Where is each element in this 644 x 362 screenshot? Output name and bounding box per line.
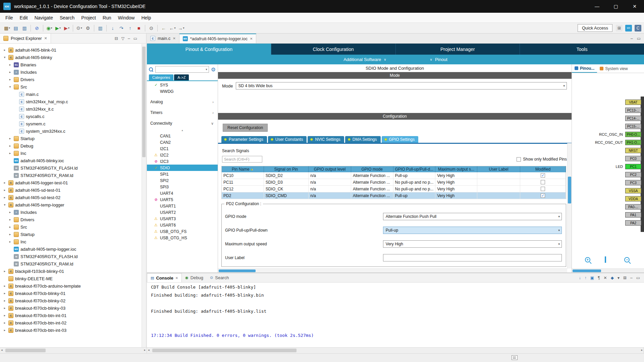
pin-ph1o[interactable]: PH1-O... (625, 140, 641, 145)
pin-pc15[interactable]: PC15-... (625, 124, 641, 129)
tree-item[interactable]: ▸Cbreakout-f070cb-btn-int-03 (0, 326, 146, 334)
tree-item[interactable]: ▸Inc (0, 238, 146, 245)
scroll-to-bottom-icon[interactable]: ↓ (579, 276, 581, 280)
tree-item[interactable]: ▸Cadafruit-f405-logger-test-01 (0, 179, 146, 186)
pin-pa0[interactable]: PA0-... (625, 204, 641, 209)
tree-item[interactable]: ▸Inc (0, 149, 146, 157)
twisty-icon[interactable]: ▸ (8, 70, 12, 74)
category-item-sdio[interactable]: ✓SDIO (147, 165, 218, 171)
close-view-icon[interactable]: ✕ (44, 36, 47, 41)
show-only-modified[interactable]: Show only Modified Pins (517, 157, 567, 162)
tree-item[interactable]: ldSTM32F405RGTX_RAM.ld (0, 172, 146, 179)
categories-search-combo[interactable]: ▾ (155, 66, 209, 73)
tree-item[interactable]: ▾Cadafruit-f405-blinky (0, 54, 146, 61)
twisty-icon[interactable]: ▸ (8, 240, 12, 243)
maximize-editor-icon[interactable]: ▭ (637, 36, 641, 41)
tab-parameter-settings[interactable]: Parameter Settings (221, 136, 267, 143)
table-row[interactable]: PC11SDIO_D3n/aAlternate Function ...No p… (222, 179, 566, 186)
category-item-usb_otg_hs[interactable]: ⚠USB_OTG_HS (147, 235, 218, 241)
field-select[interactable]: Pull-up▾ (383, 227, 562, 234)
twisty-icon[interactable]: ▸ (3, 196, 7, 199)
category-section-connectivity[interactable]: Connectivity∨ (147, 120, 218, 127)
category-item-spi2[interactable]: SPI2 (147, 177, 218, 184)
tree-item[interactable]: ▾Cadafruit-f405-temp-logger (0, 201, 146, 208)
console-tab-console[interactable]: ▤Console✕ (147, 273, 182, 282)
pinout-tab-system-view[interactable]: System view (597, 64, 630, 73)
tab-dma-settings[interactable]: DMA Settings (345, 136, 381, 143)
twisty-icon[interactable]: ▸ (3, 284, 7, 288)
category-section-analog[interactable]: Analog› (147, 99, 218, 105)
pin-pc3[interactable]: PC3 (625, 180, 641, 185)
view-menu-icon[interactable]: ▽ (121, 36, 124, 41)
twisty-icon[interactable]: ▸ (3, 269, 7, 273)
column-header-user-label[interactable]: User Label (477, 166, 521, 172)
zoom-fit-button[interactable] (605, 257, 611, 264)
notifications-icon[interactable] (512, 355, 518, 360)
pin-pc13[interactable]: PC13-... (625, 108, 641, 113)
console-tab-search[interactable]: ⊙Search (207, 273, 232, 282)
menu-navigate[interactable]: Navigate (31, 14, 56, 22)
table-row[interactable]: PC12SDIO_CKn/aAlternate Function ...No p… (222, 186, 566, 192)
field-select[interactable]: Alternate Function Push Pull▾ (383, 213, 562, 220)
tree-item[interactable]: ▸Cbreakout-f070cb-btn-int-02 (0, 319, 146, 326)
tree-item[interactable]: ▸Cbreakout-f070cb-blinky-03 (0, 304, 146, 312)
open-console-icon[interactable]: ⊞ (623, 276, 627, 280)
tree-item[interactable]: ▸Drivers (0, 216, 146, 223)
menu-run[interactable]: Run (99, 14, 115, 22)
column-header-gpio-mode[interactable]: GPIO mode (351, 166, 393, 172)
tree-item[interactable]: cstm32f4xx_hal_msp.c (0, 98, 146, 105)
pin-pc1[interactable]: PC1 (625, 164, 641, 169)
pin-vssa[interactable]: VSSA (625, 188, 641, 193)
twisty-icon[interactable]: ▸ (8, 233, 12, 236)
category-item-usart6[interactable]: ⚠USART6 (147, 222, 218, 228)
additional-software-dropdown[interactable]: Additional Software ∨ (343, 57, 386, 62)
maximize-view-icon[interactable]: ▭ (636, 276, 640, 280)
pinout-menu-dropdown[interactable]: ∨ Pinout (430, 57, 447, 62)
project-explorer-tab[interactable]: Project Explorer ✕ (0, 34, 51, 43)
menu-edit[interactable]: Edit (16, 14, 31, 22)
category-item-spi3[interactable]: SPI3 (147, 184, 218, 190)
category-section-timers[interactable]: Timers› (147, 109, 218, 116)
category-item-usart2[interactable]: USART2 (147, 209, 218, 216)
console-tab-debug[interactable]: ◉Debug (182, 273, 207, 282)
quick-access-button[interactable]: Quick Access (578, 24, 612, 32)
cpp-perspective-icon[interactable]: C (635, 25, 641, 32)
twisty-icon[interactable]: ▸ (8, 63, 12, 66)
tree-item[interactable]: ▸Drivers (0, 76, 146, 83)
reset-configuration-button[interactable]: Reset Configuration (223, 124, 268, 132)
category-item-uart5[interactable]: ⊘UART5 (147, 196, 218, 203)
tree-item[interactable]: ldSTM32F405RGTX_FLASH.ld (0, 164, 146, 172)
twisty-icon[interactable]: ▸ (8, 210, 12, 214)
toolbar-save-button[interactable]: ▤ (12, 24, 20, 32)
tree-item[interactable]: ▸Startup (0, 231, 146, 238)
tree-item[interactable]: cstm32f4xx_it.c (0, 105, 146, 113)
explorer-hscrollbar[interactable]: ◂▸ (0, 348, 147, 353)
editor-tab[interactable]: cmain.c✕ (147, 34, 179, 43)
toolbar-back-button[interactable]: ←▾ (168, 24, 176, 32)
toolbar-last-edit-location-button[interactable]: ← (160, 24, 168, 32)
category-item-can2[interactable]: CAN2 (147, 139, 218, 145)
minimize-view-icon[interactable]: – (128, 36, 130, 41)
open-perspective-icon[interactable]: ⊞ (616, 25, 623, 32)
user-label-input[interactable] (383, 254, 562, 261)
tab-project-manager[interactable]: Project Manager (395, 44, 520, 55)
tree-item[interactable]: ▸Cadafruit-f405-blink-01 (0, 46, 146, 54)
toolbar-terminate-button[interactable]: ■ (135, 24, 143, 32)
pin-pc0[interactable]: PC0 (625, 156, 641, 161)
tree-item[interactable]: csyscalls.c (0, 113, 146, 120)
category-item-i2c3[interactable]: ⊘I2C3 (147, 158, 218, 165)
collapse-all-icon[interactable]: ⊟ (115, 36, 118, 41)
toolbar-skip-breakpoints-button[interactable]: ⊘ (33, 24, 41, 32)
close-button[interactable]: ✕ (625, 0, 644, 13)
show-only-modified-checkbox[interactable] (517, 157, 521, 162)
twisty-icon[interactable]: ▸ (3, 299, 7, 302)
categories-tab-categories[interactable]: Categories (149, 74, 173, 80)
column-header-pin-name[interactable]: Pin Name▲ (222, 166, 264, 172)
tree-item[interactable]: MXadafruit-f405-temp-logger.ioc (0, 245, 146, 253)
twisty-icon[interactable]: ▸ (3, 321, 7, 324)
close-tab-icon[interactable]: ✕ (173, 37, 175, 40)
tab-gpio-settings[interactable]: GPIO Settings (382, 136, 419, 143)
zoom-in-button[interactable]: + (585, 257, 592, 264)
close-tab-icon[interactable]: ✕ (250, 37, 253, 41)
category-item-usart3[interactable]: ⚠USART3 (147, 216, 218, 222)
